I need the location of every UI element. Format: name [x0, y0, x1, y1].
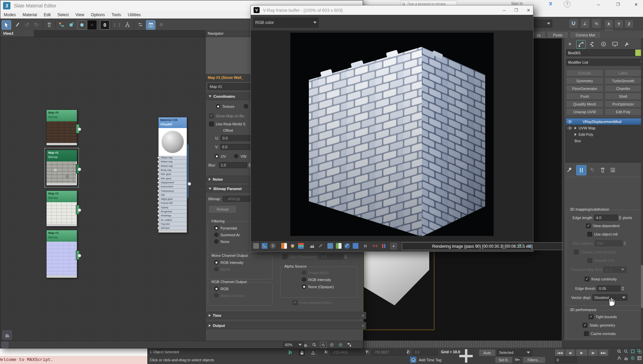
- modifier-button-turbosmooth[interactable]: TurboSmooth: [605, 77, 642, 84]
- jitter-field[interactable]: 1.0: [319, 254, 343, 260]
- modifier-button-quadify-mesh[interactable]: Quadify Mesh: [566, 100, 603, 108]
- timeline-track-bar[interactable]: [362, 340, 562, 348]
- material-preview-window-icon[interactable]: [146, 20, 155, 30]
- help-icon[interactable]: ?: [564, 1, 571, 7]
- image-alpha-radio[interactable]: [302, 270, 306, 275]
- slot-connector-icon[interactable]: [157, 190, 160, 192]
- slot-connector-icon[interactable]: [157, 165, 160, 167]
- slot-connector-icon[interactable]: [157, 194, 160, 196]
- slot-connector-icon[interactable]: [157, 181, 160, 184]
- angle-snap-icon[interactable]: ∠: [581, 19, 589, 28]
- material-slot[interactable]: Opacity: [158, 206, 187, 210]
- corner-tab-icon[interactable]: [2, 342, 8, 348]
- pyramidal-radio[interactable]: [214, 226, 218, 230]
- environ-radio[interactable]: [244, 104, 248, 109]
- delete-selected-icon[interactable]: [45, 20, 54, 29]
- communication-center-icon[interactable]: X: [548, 1, 554, 7]
- pan-hand-icon[interactable]: [623, 355, 629, 361]
- slot-connector-icon[interactable]: [157, 173, 160, 175]
- y-coordinate-field[interactable]: -791.8837: [372, 349, 407, 356]
- material-slot[interactable]: Fog color: [158, 222, 187, 226]
- copy-button[interactable]: py: [532, 31, 546, 38]
- jitter-spinner[interactable]: [344, 255, 347, 259]
- levels-icon[interactable]: [336, 243, 342, 249]
- zoom-level-dropdown[interactable]: 60%: [283, 342, 304, 348]
- material-slot[interactable]: Refl. gloss: [158, 172, 187, 176]
- modifier-button-extrude[interactable]: Extrude: [566, 69, 603, 77]
- select-tool-icon[interactable]: [2, 20, 11, 30]
- coordinate-mode-icon[interactable]: [309, 348, 317, 357]
- show-map-checkbox[interactable]: ✓: [209, 114, 214, 118]
- menu-item[interactable]: View: [76, 12, 84, 17]
- isolate-selection-icon[interactable]: [287, 349, 293, 355]
- tab-motion[interactable]: [599, 40, 608, 48]
- modifier-button-push[interactable]: Push: [566, 93, 603, 100]
- white-balance-icon[interactable]: [327, 243, 333, 249]
- field-of-view-icon[interactable]: [616, 355, 622, 361]
- node-output-socket-icon[interactable]: [78, 127, 81, 131]
- slot-connector-icon[interactable]: [157, 227, 160, 229]
- rollout-time[interactable]: Time≡: [206, 312, 366, 319]
- tab-view1[interactable]: View1: [0, 30, 34, 37]
- rollout-menu-icon[interactable]: ≡: [362, 324, 364, 328]
- compare-vertical-icon[interactable]: [381, 243, 386, 249]
- stereo-icon[interactable]: [390, 243, 397, 249]
- color-channels-grid-icon[interactable]: [298, 243, 304, 249]
- transform-gizmo-icon[interactable]: [459, 349, 473, 363]
- scrollbar-thumb[interactable]: [641, 265, 643, 308]
- x-coordinate-field[interactable]: -215.4416: [330, 349, 366, 356]
- object-name-field[interactable]: Box001: [566, 49, 637, 56]
- material-slot[interactable]: Translucency: [158, 189, 187, 193]
- show-black-background-icon[interactable]: [87, 20, 97, 30]
- histogram-icon[interactable]: [309, 243, 315, 249]
- stack-row-vraydisplacementmod[interactable]: VRayDisplacementMod: [566, 118, 642, 125]
- previous-frame-button[interactable]: ◀|: [565, 349, 575, 356]
- max-subdivs-spinner[interactable]: [623, 241, 626, 245]
- slot-connector-icon[interactable]: [157, 223, 160, 225]
- cache-normals-checkbox[interactable]: [584, 331, 589, 336]
- node-tree-icon[interactable]: [123, 20, 132, 29]
- info-icon[interactable]: i: [270, 243, 276, 249]
- corona-mat-button[interactable]: Corona Mat: [570, 31, 601, 38]
- modifier-button-symmetry[interactable]: Symmetry: [566, 77, 603, 84]
- vfb-title-bar[interactable]: V V-Ray frame buffer - [100% of 603 x 60…: [251, 5, 533, 15]
- percent-snap-icon[interactable]: %: [592, 19, 601, 28]
- zoom-all-icon[interactable]: [623, 348, 629, 354]
- add-time-tag-label[interactable]: Add Time Tag: [419, 358, 441, 362]
- current-frame-field[interactable]: 0: [555, 357, 577, 363]
- menu-item[interactable]: Material: [23, 12, 37, 17]
- node-map3[interactable]: Map #3Bitmap: [46, 230, 77, 278]
- node-output-socket-icon[interactable]: [78, 208, 81, 212]
- edge-thresh-spinner[interactable]: [621, 286, 624, 291]
- node-output-socket-icon[interactable]: [187, 182, 191, 186]
- tab-create[interactable]: +: [565, 40, 574, 48]
- show-end-result-icon[interactable]: [576, 165, 586, 175]
- rgb-radio[interactable]: [214, 286, 218, 291]
- zoom-icon[interactable]: [616, 348, 622, 354]
- eyedropper-icon[interactable]: [12, 20, 21, 29]
- expand-history-icon[interactable]: [526, 243, 532, 249]
- menu-item[interactable]: Select: [57, 12, 68, 17]
- u-offset-field[interactable]: 0.0: [221, 135, 254, 141]
- premultiplied-alpha-checkbox[interactable]: ✓: [293, 300, 297, 305]
- ghost-material-icon[interactable]: [157, 20, 166, 29]
- rollout-menu-icon[interactable]: ≡: [362, 314, 364, 317]
- material-slot[interactable]: Diffuse map: [158, 156, 187, 160]
- summed-area-radio[interactable]: [214, 233, 218, 237]
- preserve-map-dropdown[interactable]: 1...l: [604, 267, 626, 273]
- zoom-extents-icon[interactable]: [329, 342, 335, 347]
- edge-thresh-field[interactable]: 0.05: [597, 285, 620, 292]
- slot-connector-icon[interactable]: [157, 206, 160, 209]
- modifier-list-dropdown[interactable]: Modifier List: [566, 59, 643, 66]
- modifier-button-edit-poly[interactable]: Edit Poly: [605, 108, 642, 115]
- none-filter-radio[interactable]: [214, 239, 218, 244]
- pan-hand-icon[interactable]: [302, 342, 309, 347]
- play-button[interactable]: ▶: [576, 349, 588, 356]
- smooth-uvs-checkbox[interactable]: [587, 258, 592, 263]
- node-view[interactable]: Map #0Bitmap Map #1Bitmap Map #2Bitmap M…: [0, 37, 205, 341]
- material-slot[interactable]: Reflect map: [158, 160, 187, 164]
- expand-icon[interactable]: [575, 127, 577, 129]
- real-world-checkbox[interactable]: [209, 122, 214, 126]
- undo-icon[interactable]: ↺: [23, 20, 31, 29]
- snaps-toggle-icon[interactable]: [569, 19, 578, 28]
